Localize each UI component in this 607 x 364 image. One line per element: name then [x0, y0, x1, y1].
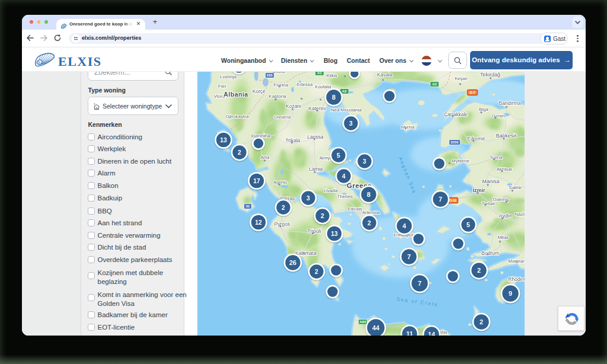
svg-text:2: 2	[321, 212, 324, 219]
svg-text:Manisa: Manisa	[482, 178, 499, 184]
svg-text:Kalamata: Kalamata	[295, 250, 317, 256]
svg-text:A90: A90	[359, 320, 366, 324]
svg-text:Pyrgos: Pyrgos	[274, 221, 290, 227]
svg-text:Kastoria: Kastoria	[269, 94, 286, 99]
svg-text:Aydın: Aydın	[499, 213, 513, 219]
svg-text:O-31: O-31	[449, 199, 456, 202]
svg-text:Milas: Milas	[498, 235, 509, 240]
svg-text:Myrina: Myrina	[401, 124, 415, 130]
svg-text:12: 12	[255, 219, 262, 226]
svg-text:Salihli: Salihli	[509, 185, 522, 190]
svg-text:Bandırma: Bandırma	[499, 100, 521, 106]
svg-text:Almyr: Almyr	[320, 155, 332, 161]
svg-text:Soma: Soma	[490, 155, 503, 160]
svg-text:8: 8	[332, 94, 336, 101]
svg-text:9: 9	[509, 290, 512, 297]
svg-text:2: 2	[477, 267, 481, 274]
svg-text:Biga: Biga	[479, 107, 489, 112]
svg-text:Kilkis: Kilkis	[327, 73, 338, 78]
svg-text:Kavala: Kavala	[377, 72, 392, 78]
svg-text:Artemida: Artemida	[362, 210, 381, 215]
svg-text:Lushnja: Lushnja	[220, 74, 237, 79]
svg-text:Trikala: Trikala	[285, 138, 300, 143]
svg-text:3: 3	[363, 158, 366, 165]
svg-text:Koufalia: Koufalia	[315, 84, 331, 90]
svg-text:A1: A1	[317, 72, 322, 75]
svg-text:Lamia: Lamia	[309, 166, 322, 172]
svg-text:5: 5	[337, 152, 340, 159]
svg-text:4: 4	[342, 173, 346, 180]
svg-text:Larissa: Larissa	[307, 134, 324, 140]
svg-text:Edremit: Edremit	[467, 136, 485, 142]
svg-text:Rhodes: Rhodes	[508, 276, 525, 282]
svg-text:2: 2	[480, 318, 483, 325]
svg-text:26: 26	[289, 259, 296, 266]
svg-text:2: 2	[315, 268, 318, 275]
svg-text:Edessa: Edessa	[297, 82, 313, 87]
svg-text:17: 17	[253, 177, 260, 184]
svg-text:Nea Moudania: Nea Moudania	[331, 107, 362, 113]
svg-text:Bodrum: Bodrum	[481, 250, 499, 256]
svg-text:Agrinio: Agrinio	[273, 180, 287, 185]
svg-text:Marmaris: Marmaris	[508, 258, 525, 264]
svg-text:7: 7	[418, 280, 421, 287]
svg-text:Albania: Albania	[223, 91, 248, 98]
svg-text:A2: A2	[342, 90, 347, 93]
svg-text:5: 5	[467, 221, 470, 228]
svg-text:14: 14	[428, 331, 436, 336]
svg-text:7: 7	[439, 196, 442, 203]
svg-text:A2: A2	[432, 82, 437, 86]
svg-text:3: 3	[349, 120, 353, 127]
svg-text:Grevena: Grevena	[274, 114, 292, 120]
svg-text:Tripoli: Tripoli	[308, 228, 321, 234]
svg-text:2: 2	[282, 204, 285, 211]
svg-text:İzmir: İzmir	[472, 187, 485, 193]
svg-text:2: 2	[368, 219, 371, 226]
svg-text:11: 11	[406, 330, 413, 336]
svg-text:13: 13	[331, 230, 338, 237]
svg-text:Livadia: Livadia	[324, 188, 338, 193]
svg-text:Tekirdağ: Tekirdağ	[480, 72, 500, 78]
svg-text:Torbalı: Torbalı	[482, 201, 496, 206]
svg-text:7: 7	[407, 253, 411, 260]
svg-text:Nazilli: Nazilli	[515, 212, 525, 217]
svg-text:D550: D550	[451, 141, 459, 144]
svg-text:13: 13	[220, 136, 227, 143]
svg-text:E65: E65	[267, 74, 273, 77]
svg-text:Çanakkale: Çanakkale	[444, 111, 468, 117]
svg-text:Keşan: Keşan	[455, 76, 467, 81]
svg-text:Akhisar: Akhisar	[497, 167, 513, 172]
svg-text:2: 2	[238, 149, 241, 156]
svg-text:Thebes: Thebes	[337, 194, 353, 199]
svg-text:Korçë: Korçë	[253, 88, 266, 94]
svg-text:8: 8	[367, 191, 370, 198]
svg-text:44: 44	[372, 324, 380, 331]
svg-text:4: 4	[402, 222, 407, 229]
svg-text:Florina: Florina	[274, 82, 289, 88]
svg-text:3: 3	[306, 194, 310, 202]
svg-text:Balıkesir: Balıkesir	[496, 133, 517, 139]
svg-text:Arta: Arta	[261, 155, 270, 160]
svg-text:O-7: O-7	[469, 91, 475, 94]
svg-text:Kozani: Kozani	[286, 103, 301, 109]
svg-text:Eleusis: Eleusis	[348, 206, 362, 212]
svg-text:Mytilene: Mytilene	[452, 158, 469, 164]
svg-text:Gonen: Gonen	[492, 113, 506, 119]
svg-text:50: 50	[246, 205, 250, 208]
svg-text:Gjirokastra: Gjirokastra	[226, 114, 249, 119]
svg-text:Fier: Fier	[218, 84, 226, 89]
